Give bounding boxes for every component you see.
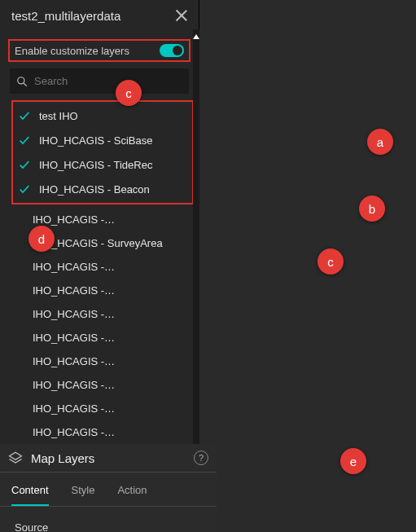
layer-label: IHO_HCAGIS -… [33, 402, 115, 415]
layer-list: test IHO IHO_HCAGIS - SciBase IHO_HCAGIS… [0, 100, 199, 444]
layer-label: IHO_HCAGIS -… [33, 213, 115, 226]
check-icon [18, 158, 31, 171]
check-icon [18, 134, 31, 147]
config-title: Map Layers [31, 451, 194, 465]
panel-title: test2_multilayerdata [11, 9, 120, 23]
scrollbar[interactable] [193, 29, 199, 444]
check-icon [18, 182, 31, 196]
layer-item[interactable]: IHO_HCAGIS -… [7, 326, 199, 350]
layer-item[interactable]: IHO_HCAGIS -… [7, 302, 199, 326]
enable-customize-toggle[interactable] [160, 44, 184, 57]
layer-item[interactable]: IHO_HCAGIS -… [7, 397, 199, 420]
tab-action[interactable]: Action [117, 484, 147, 506]
layers-panel: test2_multilayerdata Enable customize la… [0, 0, 199, 444]
layer-label: IHO_HCAGIS -… [33, 261, 115, 273]
tab-content[interactable]: Content [11, 484, 49, 506]
panel-header: test2_multilayerdata [0, 0, 199, 31]
close-icon[interactable] [174, 8, 189, 23]
layer-label: IHO_HCAGIS -… [33, 426, 115, 438]
source-label: Source [0, 507, 217, 532]
layers-icon [8, 451, 23, 465]
layer-label: test IHO [39, 110, 78, 122]
svg-line-1 [24, 82, 27, 86]
tabbar: Content Style Action [0, 473, 217, 507]
enable-customize-label: Enable customize layers [15, 45, 129, 57]
search-icon [16, 76, 28, 87]
annotation-badge-a: a [367, 129, 393, 155]
annotation-badge-d: d [28, 226, 55, 252]
config-header: Map Layers ? [0, 444, 217, 473]
layer-label: IHO_HCAGIS - SciBase [39, 134, 152, 147]
annotation-badge-c: c [116, 80, 142, 106]
annotation-badge-e: e [340, 448, 366, 474]
svg-point-0 [18, 77, 24, 83]
enable-customize-row: Enable customize layers [8, 39, 190, 62]
help-icon[interactable]: ? [194, 451, 208, 465]
layer-label: IHO_HCAGIS - Beacon [39, 183, 150, 196]
layer-label: IHO_HCAGIS -… [33, 379, 115, 391]
layer-item[interactable]: IHO_HCAGIS -… [7, 255, 199, 279]
svg-marker-2 [10, 452, 22, 459]
search-wrap [10, 68, 189, 94]
config-panel: Map Layers ? Content Style Action Source… [0, 444, 217, 532]
check-icon [18, 109, 31, 122]
layer-label: IHO_HCAGIS - TideRec [39, 159, 152, 171]
layer-item[interactable]: IHO_HCAGIS -… [7, 279, 199, 302]
layer-item[interactable]: IHO_HCAGIS - Beacon [13, 177, 192, 201]
search-input[interactable] [10, 68, 189, 94]
checked-layers-group: test IHO IHO_HCAGIS - SciBase IHO_HCAGIS… [11, 100, 194, 204]
scroll-up-icon[interactable] [193, 34, 199, 39]
tab-style[interactable]: Style [72, 484, 95, 506]
annotation-badge-b: b [359, 196, 385, 222]
layer-item[interactable]: IHO_HCAGIS - SciBase [13, 128, 192, 152]
layer-item[interactable]: IHO_HCAGIS -… [7, 420, 199, 444]
layer-item[interactable]: test IHO [13, 103, 192, 128]
layer-label: IHO_HCAGIS -… [33, 308, 115, 320]
layer-label: IHO_HCAGIS -… [33, 355, 115, 367]
layer-item[interactable]: IHO_HCAGIS -… [7, 373, 199, 397]
layer-item[interactable]: IHO_HCAGIS - TideRec [13, 152, 192, 177]
layer-item[interactable]: IHO_HCAGIS -… [7, 350, 199, 373]
annotation-badge-c: c [317, 248, 344, 275]
layer-label: IHO_HCAGIS -… [33, 332, 115, 344]
layer-label: IHO_HCAGIS -… [33, 284, 115, 297]
